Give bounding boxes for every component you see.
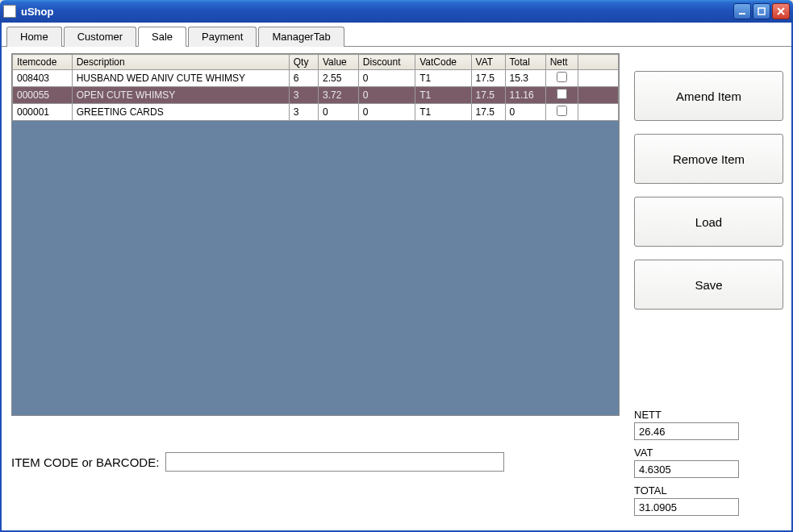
titlebar: uShop	[0, 0, 793, 23]
vat-label: VAT	[634, 447, 783, 459]
cell-total[interactable]: 15.3	[505, 70, 545, 87]
cell-description[interactable]: OPEN CUTE WHIMSY	[72, 87, 289, 104]
cell-total[interactable]: 0	[505, 104, 545, 121]
minimize-button[interactable]	[733, 3, 751, 19]
app-icon	[3, 5, 16, 18]
table-row[interactable]: 000055OPEN CUTE WHIMSY33.720T117.511.16	[13, 87, 619, 104]
cell-itemcode[interactable]: 000001	[13, 104, 73, 121]
tab-managertab[interactable]: ManagerTab	[258, 27, 344, 47]
col-qty[interactable]: Qty	[289, 55, 318, 70]
cell-discount[interactable]: 0	[358, 70, 415, 87]
save-button[interactable]: Save	[634, 260, 783, 310]
cell-description[interactable]: GREETING CARDS	[72, 104, 289, 121]
grid-header-row: Itemcode Description Qty Value Discount …	[13, 55, 619, 70]
tabstrip: Home Customer Sale Payment ManagerTab	[2, 23, 791, 47]
tab-home[interactable]: Home	[6, 27, 62, 47]
totals-panel: NETT VAT TOTAL	[634, 402, 783, 521]
cell-itemcode[interactable]: 008403	[13, 70, 73, 87]
right-column: Amend Item Remove Item Load Save NETT VA…	[634, 53, 783, 521]
cell-vat[interactable]: 17.5	[471, 104, 505, 121]
cell-discount[interactable]: 0	[358, 104, 415, 121]
barcode-row: ITEM CODE or BARCODE:	[11, 452, 620, 472]
cell-nett[interactable]	[545, 104, 578, 121]
cell-vatcode[interactable]: T1	[415, 87, 471, 104]
cell-discount[interactable]: 0	[358, 87, 415, 104]
col-nett[interactable]: Nett	[545, 55, 578, 70]
col-itemcode[interactable]: Itemcode	[13, 55, 73, 70]
cell-spacer	[578, 104, 619, 121]
col-spacer	[578, 55, 619, 70]
total-field[interactable]	[634, 498, 739, 516]
cell-qty[interactable]: 6	[289, 70, 318, 87]
tab-sale[interactable]: Sale	[138, 27, 186, 47]
barcode-input[interactable]	[165, 452, 504, 472]
col-discount[interactable]: Discount	[358, 55, 415, 70]
table-row[interactable]: 000001GREETING CARDS300T117.50	[13, 104, 619, 121]
tab-payment[interactable]: Payment	[188, 27, 257, 47]
tab-customer[interactable]: Customer	[64, 27, 136, 47]
table-row[interactable]: 008403HUSBAND WED ANIV CUTE WHIMSY62.550…	[13, 70, 619, 87]
items-grid[interactable]: Itemcode Description Qty Value Discount …	[12, 54, 619, 121]
amend-item-button[interactable]: Amend Item	[634, 71, 783, 121]
close-button[interactable]	[772, 3, 790, 19]
nett-checkbox[interactable]	[557, 89, 567, 99]
svg-rect-1	[758, 8, 765, 15]
cell-qty[interactable]: 3	[289, 87, 318, 104]
left-column: Itemcode Description Qty Value Discount …	[11, 53, 620, 521]
cell-vatcode[interactable]: T1	[415, 70, 471, 87]
nett-field[interactable]	[634, 422, 739, 440]
items-grid-area: Itemcode Description Qty Value Discount …	[11, 53, 620, 416]
vat-field[interactable]	[634, 460, 739, 478]
cell-value[interactable]: 2.55	[318, 70, 358, 87]
cell-value[interactable]: 0	[318, 104, 358, 121]
nett-checkbox[interactable]	[557, 72, 567, 82]
load-button[interactable]: Load	[634, 197, 783, 247]
nett-label: NETT	[634, 409, 783, 421]
cell-vatcode[interactable]: T1	[415, 104, 471, 121]
col-vatcode[interactable]: VatCode	[415, 55, 471, 70]
cell-qty[interactable]: 3	[289, 104, 318, 121]
col-value[interactable]: Value	[318, 55, 358, 70]
window-title: uShop	[21, 6, 732, 18]
remove-item-button[interactable]: Remove Item	[634, 134, 783, 184]
cell-spacer	[578, 70, 619, 87]
nett-checkbox[interactable]	[557, 106, 567, 116]
cell-nett[interactable]	[545, 87, 578, 104]
cell-itemcode[interactable]: 000055	[13, 87, 73, 104]
svg-rect-0	[739, 13, 745, 15]
cell-description[interactable]: HUSBAND WED ANIV CUTE WHIMSY	[72, 70, 289, 87]
barcode-label: ITEM CODE or BARCODE:	[11, 455, 159, 469]
tab-content: Itemcode Description Qty Value Discount …	[2, 47, 791, 529]
cell-nett[interactable]	[545, 70, 578, 87]
client-area: Home Customer Sale Payment ManagerTab It…	[0, 23, 793, 532]
cell-value[interactable]: 3.72	[318, 87, 358, 104]
cell-spacer	[578, 87, 619, 104]
cell-total[interactable]: 11.16	[505, 87, 545, 104]
cell-vat[interactable]: 17.5	[471, 87, 505, 104]
maximize-button[interactable]	[753, 3, 770, 19]
total-label: TOTAL	[634, 484, 783, 497]
col-description[interactable]: Description	[72, 55, 289, 70]
cell-vat[interactable]: 17.5	[471, 70, 505, 87]
col-vat[interactable]: VAT	[471, 55, 505, 70]
col-total[interactable]: Total	[505, 55, 545, 70]
